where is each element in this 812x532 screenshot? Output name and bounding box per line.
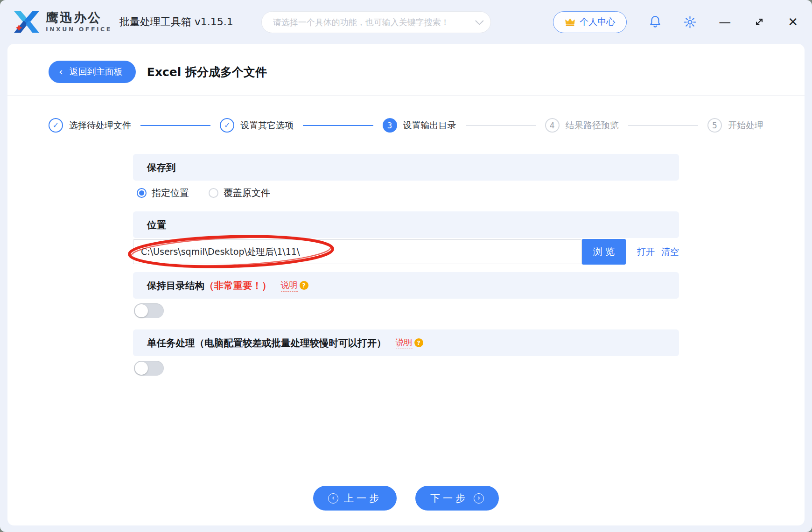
previous-step-label: 上一步 xyxy=(344,492,382,505)
single-task-title: 单任务处理（电脑配置较差或批量处理较慢时可以打开） xyxy=(147,336,386,350)
app-title: 批量处理工具箱 v1.15.1 xyxy=(119,15,233,29)
location-section-header: 位置 xyxy=(133,211,679,238)
search-input[interactable] xyxy=(273,17,475,27)
step-4-number: 4 xyxy=(545,118,560,133)
panel-header: ‹ 返回到主面板 Excel 拆分成多个文件 xyxy=(7,44,805,96)
user-center-label: 个人中心 xyxy=(580,16,615,28)
crown-icon xyxy=(565,17,575,27)
function-search-select[interactable] xyxy=(261,11,491,33)
step-4-label: 结果路径预览 xyxy=(566,119,619,132)
open-folder-link[interactable]: 打开 xyxy=(637,246,655,258)
gear-icon xyxy=(684,16,696,28)
minimize-button[interactable]: — xyxy=(719,16,731,28)
keep-structure-title: 保持目录结构 xyxy=(147,279,204,292)
step-5: 5 开始处理 xyxy=(707,118,763,133)
logo-x-icon xyxy=(12,9,41,35)
radio-unselected-icon xyxy=(209,188,218,198)
step-4: 4 结果路径预览 xyxy=(545,118,619,133)
save-to-section-header: 保存到 xyxy=(133,154,679,181)
wizard-nav: ‹ 上一步 下一步 › xyxy=(7,486,805,511)
previous-step-button[interactable]: ‹ 上一步 xyxy=(313,486,397,511)
circled-arrow-right-icon: › xyxy=(474,493,484,504)
step-3-number: 3 xyxy=(383,118,397,133)
main-panel: ‹ 返回到主面板 Excel 拆分成多个文件 ✓ 选择待处理文件 ✓ 设置其它选… xyxy=(7,44,805,525)
question-mark-icon[interactable]: ? xyxy=(414,338,423,347)
next-step-label: 下一步 xyxy=(430,492,468,505)
step-5-label: 开始处理 xyxy=(728,119,763,132)
step-5-number: 5 xyxy=(707,118,722,133)
next-step-button[interactable]: 下一步 › xyxy=(415,486,499,511)
brand-name-en: INXUN OFFICE xyxy=(46,26,112,33)
radio-overwrite-label: 覆盖原文件 xyxy=(224,187,270,199)
single-task-section-header: 单任务处理（电脑配置较差或批量处理较慢时可以打开） 说明 ? xyxy=(133,329,679,356)
output-path-row: 浏 览 打开 清空 xyxy=(133,239,679,265)
step-2-check-icon: ✓ xyxy=(220,118,234,133)
step-connector xyxy=(466,125,536,126)
step-connector xyxy=(303,125,373,126)
step-2-label: 设置其它选项 xyxy=(240,119,294,132)
step-1-check-icon: ✓ xyxy=(49,118,63,133)
minimize-icon: — xyxy=(719,16,731,28)
settings-form: 保存到 指定位置 覆盖原文件 位置 浏 览 打开 清空 xyxy=(133,154,679,376)
step-3: 3 设置输出目录 xyxy=(383,118,456,133)
keep-structure-toggle[interactable] xyxy=(134,303,164,318)
settings-button[interactable] xyxy=(684,16,696,28)
step-3-label: 设置输出目录 xyxy=(403,119,456,132)
step-indicator: ✓ 选择待处理文件 ✓ 设置其它选项 3 设置输出目录 4 结果路径预览 5 开… xyxy=(7,96,805,133)
bell-icon xyxy=(649,15,661,28)
location-title: 位置 xyxy=(147,218,166,231)
title-bar: 鹰迅办公 INXUN OFFICE 批量处理工具箱 v1.15.1 个人中心 xyxy=(0,0,812,44)
step-1: ✓ 选择待处理文件 xyxy=(49,118,131,133)
close-icon: ✕ xyxy=(788,16,798,28)
keep-structure-section-header: 保持目录结构 （非常重要！） 说明 ? xyxy=(133,272,679,299)
single-task-toggle[interactable] xyxy=(134,361,164,376)
step-connector xyxy=(140,125,210,126)
expand-icon xyxy=(753,16,765,28)
question-mark-icon[interactable]: ? xyxy=(300,281,308,290)
close-button[interactable]: ✕ xyxy=(788,16,798,28)
step-2: ✓ 设置其它选项 xyxy=(220,118,294,133)
clear-path-link[interactable]: 清空 xyxy=(661,246,679,258)
save-to-title: 保存到 xyxy=(147,161,176,174)
keep-structure-important: （非常重要！） xyxy=(204,279,272,292)
keep-structure-help-link[interactable]: 说明 xyxy=(281,280,298,292)
notifications-button[interactable] xyxy=(649,15,661,28)
step-1-label: 选择待处理文件 xyxy=(69,119,131,132)
save-to-options: 指定位置 覆盖原文件 xyxy=(137,187,679,199)
browse-button[interactable]: 浏 览 xyxy=(582,239,626,265)
maximize-button[interactable] xyxy=(753,16,765,28)
single-task-help-link[interactable]: 说明 xyxy=(396,337,413,349)
brand-text: 鹰迅办公 INXUN OFFICE xyxy=(46,11,112,32)
toggle-knob xyxy=(135,304,148,317)
chevron-down-icon xyxy=(475,16,483,25)
user-center-button[interactable]: 个人中心 xyxy=(553,11,627,33)
radio-specified-location[interactable]: 指定位置 xyxy=(137,187,189,199)
radio-overwrite-original[interactable]: 覆盖原文件 xyxy=(209,187,270,199)
radio-specified-label: 指定位置 xyxy=(152,187,189,199)
brand-name-cn: 鹰迅办公 xyxy=(46,11,112,24)
app-window: 鹰迅办公 INXUN OFFICE 批量处理工具箱 v1.15.1 个人中心 xyxy=(0,0,812,532)
output-path-input[interactable] xyxy=(133,239,582,264)
back-button-label: 返回到主面板 xyxy=(70,66,123,78)
app-logo: 鹰迅办公 INXUN OFFICE xyxy=(12,9,112,35)
step-connector xyxy=(628,125,698,126)
toggle-knob xyxy=(135,362,148,375)
header-actions: 个人中心 — xyxy=(553,11,798,33)
chevron-left-icon: ‹ xyxy=(59,67,63,77)
page-title: Excel 拆分成多个文件 xyxy=(147,64,267,80)
circled-arrow-left-icon: ‹ xyxy=(328,493,338,504)
back-to-dashboard-button[interactable]: ‹ 返回到主面板 xyxy=(49,61,136,83)
radio-selected-icon xyxy=(137,188,147,198)
